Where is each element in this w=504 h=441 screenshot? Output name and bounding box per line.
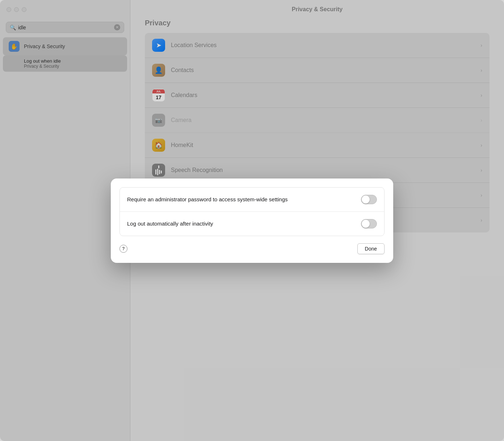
modal-row-logout-inactivity: Log out automatically after inactivity	[120, 212, 384, 236]
modal-overlay: Require an administrator password to acc…	[0, 0, 504, 441]
logout-inactivity-toggle[interactable]	[361, 219, 377, 228]
modal-dialog: Require an administrator password to acc…	[111, 178, 393, 263]
admin-password-toggle[interactable]	[361, 195, 377, 204]
main-window: 🔍 idle ✕ ✋ Privacy & Security Log out wh…	[0, 0, 504, 441]
modal-footer: ? Done	[111, 236, 393, 263]
modal-body: Require an administrator password to acc…	[111, 178, 393, 236]
modal-settings-list: Require an administrator password to acc…	[119, 187, 385, 236]
admin-password-label: Require an administrator password to acc…	[127, 196, 355, 203]
modal-row-admin-password: Require an administrator password to acc…	[120, 188, 384, 212]
help-button[interactable]: ?	[119, 245, 127, 253]
question-mark-icon: ?	[122, 246, 125, 251]
done-button[interactable]: Done	[357, 243, 385, 254]
logout-inactivity-label: Log out automatically after inactivity	[127, 220, 355, 227]
